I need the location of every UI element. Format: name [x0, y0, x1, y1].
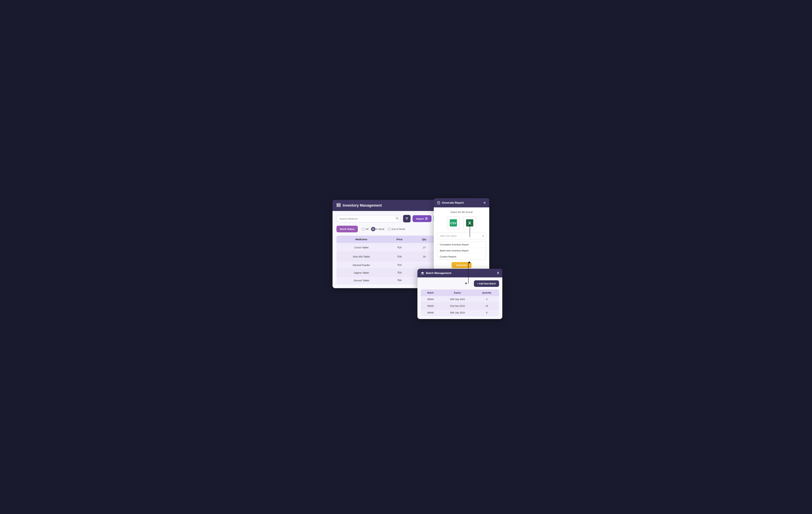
modal-header: Generate Report ✕	[434, 198, 489, 207]
batch-col-batch: Batch	[421, 290, 440, 296]
batch-connector-dot	[468, 262, 470, 263]
medicine-qty: 27	[413, 243, 436, 252]
batch-col-quantity: Quantity	[474, 290, 499, 296]
batch-expiry: 25th Sep 2023	[440, 296, 474, 303]
svg-line-4	[398, 219, 399, 220]
modal-title: Generate Report	[442, 201, 464, 205]
batch-col-expiry: Expiry	[440, 290, 474, 296]
medicine-name: Digene Tablet	[337, 269, 386, 277]
report-option-batchwise[interactable]: Batch-wise Inventory Report	[437, 248, 486, 254]
add-new-batch-button[interactable]: + Add New Batch	[474, 280, 499, 287]
svg-rect-0	[337, 203, 340, 204]
radio-in-stock	[372, 228, 375, 231]
batch-number: 90045	[421, 303, 440, 309]
filter-in-stock[interactable]: In Stock	[372, 228, 384, 231]
batch-qty: 9	[474, 309, 499, 316]
medicine-price: ₹20	[386, 269, 412, 277]
batch-modal-body: + Add New Batch Batch Expiry Quantity 90…	[417, 277, 502, 319]
batch-expiry: 31st Nov 2023	[440, 303, 474, 309]
connector-arrow-up	[469, 224, 471, 226]
medicine-price: ₹28	[386, 252, 412, 261]
col-qty: Qty.	[413, 236, 436, 243]
panel-title: Inventory Management	[343, 203, 382, 208]
modal-close-button[interactable]: ✕	[483, 201, 486, 205]
batch-modal-close-button[interactable]: X	[497, 271, 499, 275]
medicine-price: ₹20	[386, 261, 412, 269]
batch-modal-title: Batch Management	[421, 272, 452, 275]
batch-number: 90046	[421, 309, 440, 316]
report-option-custom[interactable]: Custom Reports	[437, 254, 486, 260]
batch-arrow-down	[465, 283, 467, 284]
report-select-wrapper: Select the report Cumulative Inventory R…	[437, 233, 486, 239]
report-select[interactable]: Select the report Cumulative Inventory R…	[437, 233, 486, 239]
medicine-price: ₹25	[386, 243, 412, 252]
medicine-price: ₹90	[386, 277, 412, 284]
medicine-name: Electral Powder	[337, 261, 386, 269]
connector-line-vertical	[470, 226, 470, 237]
report-option-cumulative[interactable]: Cumulative Inventory Report	[437, 242, 486, 248]
modal-subtitle: Select the file format	[437, 211, 486, 213]
svg-point-3	[396, 217, 398, 219]
batch-qty: 3	[474, 296, 499, 303]
file-format-row: CSV X	[437, 216, 486, 230]
generate-report-modal: Generate Report ✕ Select the file format…	[434, 198, 489, 271]
batch-row: 90045 31st Nov 2023 15	[421, 303, 499, 309]
medicine-name: Dolo 650 Tablet	[337, 252, 386, 261]
search-input[interactable]	[337, 215, 401, 222]
batch-modal-header: Batch Management X	[417, 269, 502, 277]
batch-number: 90044	[421, 296, 440, 303]
import-button[interactable]: Import	[412, 215, 432, 222]
filter-all[interactable]: All	[362, 228, 369, 231]
filter-out-of-stock[interactable]: Out of Stock	[388, 228, 405, 231]
medicine-qty: 20	[413, 252, 436, 261]
report-dropdown: Cumulative Inventory Report Batch-wise I…	[437, 242, 486, 260]
search-wrapper	[337, 215, 401, 222]
radio-all	[362, 228, 365, 231]
stock-filter-group: All In Stock Out of Stock	[362, 228, 405, 231]
import-label: Import	[416, 217, 424, 220]
medicine-name: Zincovit Tablet	[337, 277, 386, 284]
batch-connector-v-line	[468, 262, 468, 283]
col-price: Price	[386, 236, 412, 243]
batch-row: 90046 30th July 2024 9	[421, 309, 499, 316]
search-icon-btn[interactable]	[396, 217, 399, 221]
batch-expiry: 30th July 2024	[440, 309, 474, 316]
batch-management-modal: Batch Management X + Add New Batch Batch…	[417, 269, 502, 319]
modal-header-left: Generate Report	[437, 201, 464, 205]
batch-qty: 15	[474, 303, 499, 309]
medicine-qty	[413, 261, 436, 269]
filter-button[interactable]	[403, 215, 411, 222]
svg-rect-1	[337, 205, 340, 206]
modal-body: Select the file format CSV X	[434, 207, 489, 271]
svg-rect-2	[337, 206, 340, 207]
csv-format-card[interactable]: CSV	[447, 216, 460, 230]
batch-table: Batch Expiry Quantity 90044 25th Sep 202…	[421, 290, 499, 316]
radio-out-of-stock	[388, 228, 390, 231]
svg-text:CSV: CSV	[450, 221, 456, 225]
batch-row: 90044 25th Sep 2023 3	[421, 296, 499, 303]
col-medicines: Medicines	[337, 236, 386, 243]
stock-status-button[interactable]: Stock Status	[337, 226, 358, 232]
medicine-name: Crocin Tablet	[337, 243, 386, 252]
inventory-icon	[337, 203, 341, 208]
